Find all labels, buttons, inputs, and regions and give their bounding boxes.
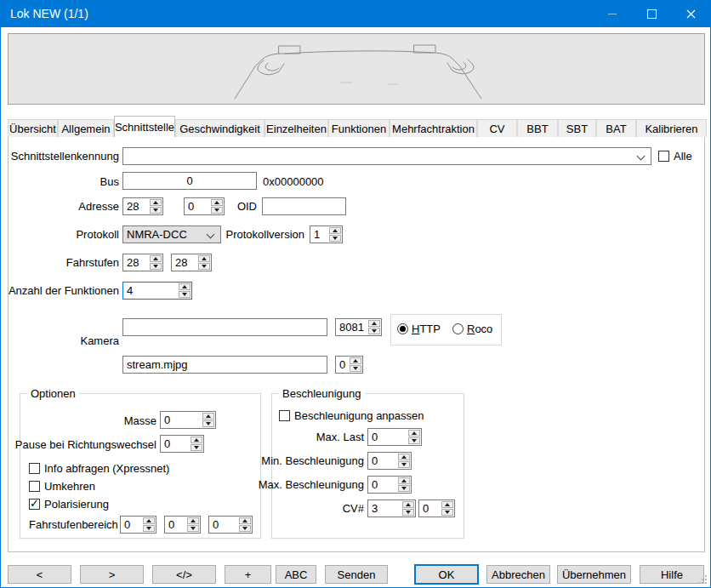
protokollversion-spinner[interactable]: 1 [310, 225, 343, 243]
adresse-spinner-2[interactable]: 0 [184, 197, 225, 215]
spin-down-button[interactable] [202, 420, 214, 427]
spin-down-button[interactable] [408, 437, 420, 444]
http-radio[interactable] [397, 323, 408, 334]
fahrstufen-spinner-2[interactable]: 28 [171, 254, 212, 271]
spin-up-button[interactable] [441, 501, 453, 508]
spinner-value[interactable]: 28 [123, 254, 149, 271]
protokoll-combobox[interactable]: NMRA-DCC [122, 225, 221, 243]
tab-funktionen[interactable]: Funktionen [328, 119, 390, 137]
tab-geschwindigkeit[interactable]: Geschwindigkeit [175, 119, 264, 137]
senden-button[interactable]: Senden [325, 565, 388, 584]
spin-down-button[interactable] [239, 525, 251, 532]
spinner-value[interactable]: 0 [161, 412, 202, 428]
spinner-value[interactable]: 0 [368, 429, 407, 445]
code-button[interactable]: </> [152, 565, 216, 584]
max-beschleunigung-spinner[interactable]: 0 [367, 476, 412, 494]
spin-down-button[interactable] [368, 328, 380, 334]
spin-down-button[interactable] [187, 525, 199, 532]
spin-up-button[interactable] [143, 517, 155, 524]
spin-up-button[interactable] [239, 517, 251, 524]
spinner-value[interactable]: 1 [310, 226, 328, 243]
spin-down-button[interactable] [143, 525, 155, 532]
alle-checkbox[interactable] [658, 151, 669, 162]
uebernehmen-button[interactable]: Übernehmen [557, 565, 631, 584]
fahrstufenbereich-spinner-3[interactable]: 0 [208, 516, 253, 534]
kamera-port-spinner[interactable]: 8081 [335, 318, 382, 336]
spin-up-button[interactable] [329, 227, 341, 234]
adresse-spinner-1[interactable]: 28 [122, 197, 163, 215]
tab-einzelheiten[interactable]: Einzelheiten [264, 119, 328, 137]
spinner-value[interactable]: 0 [336, 357, 349, 373]
spinner-value[interactable]: 0 [209, 517, 238, 533]
spin-down-button[interactable] [150, 207, 162, 214]
abbrechen-button[interactable]: Abbrechen [486, 565, 550, 584]
spinner-value[interactable]: 28 [123, 198, 149, 214]
spinner-value[interactable]: 8081 [336, 319, 367, 335]
tab-bbt[interactable]: BBT [517, 119, 558, 137]
spin-up-button[interactable] [150, 255, 162, 262]
titlebar[interactable]: Lok NEW (1/1) [1, 1, 710, 27]
spin-up-button[interactable] [198, 255, 210, 262]
spin-down-button[interactable] [179, 291, 191, 298]
spin-down-button[interactable] [441, 509, 453, 516]
roco-radio[interactable] [452, 323, 464, 334]
resize-grip[interactable] [698, 575, 707, 584]
ok-button[interactable]: OK [414, 564, 479, 585]
spin-up-button[interactable] [398, 477, 410, 484]
schnittstellenkennung-combobox[interactable] [122, 147, 651, 165]
masse-spinner[interactable]: 0 [160, 411, 216, 429]
spinner-value[interactable]: 0 [419, 500, 441, 517]
spinner-value[interactable]: 3 [368, 500, 401, 517]
minimize-button[interactable] [593, 1, 632, 26]
tab-cv[interactable]: CV [477, 119, 517, 137]
spin-down-button[interactable] [398, 461, 410, 468]
spin-down-button[interactable] [191, 444, 202, 451]
maximize-button[interactable] [632, 1, 671, 26]
fahrstufenbereich-spinner-1[interactable]: 0 [120, 516, 156, 534]
tab-kalibrieren[interactable]: Kalibrieren [636, 119, 707, 137]
spin-up-button[interactable] [368, 320, 380, 327]
spin-up-button[interactable] [398, 454, 410, 460]
bus-input[interactable]: 0 [122, 172, 257, 190]
abc-button[interactable]: ABC [276, 565, 316, 584]
min-beschleunigung-spinner[interactable]: 0 [367, 452, 412, 470]
pause-richtungswechsel-spinner[interactable]: 0 [160, 435, 204, 453]
spin-down-button[interactable] [150, 263, 162, 270]
fahrstufen-spinner-1[interactable]: 28 [122, 254, 163, 271]
spinner-value[interactable]: 4 [123, 283, 178, 299]
spin-up-button[interactable] [408, 430, 420, 437]
max-last-spinner[interactable]: 0 [367, 428, 422, 446]
spin-down-button[interactable] [402, 509, 414, 516]
spinner-value[interactable]: 0 [165, 517, 186, 533]
spin-up-button[interactable] [402, 501, 414, 508]
plus-button[interactable]: + [225, 565, 271, 584]
cv-spinner-2[interactable]: 0 [418, 500, 455, 517]
spin-up-button[interactable] [350, 357, 361, 364]
kamera-url-input[interactable] [122, 318, 327, 336]
kamera-stream-input[interactable]: stream.mjpg [122, 356, 327, 374]
spin-up-button[interactable] [191, 437, 202, 443]
next-button[interactable]: > [80, 565, 144, 584]
kamera-stream-index-spinner[interactable]: 0 [335, 356, 363, 374]
cv-spinner-1[interactable]: 3 [367, 500, 416, 517]
tab-mehrfachtraktion[interactable]: Mehrfachtraktion [390, 119, 477, 137]
spin-up-button[interactable] [211, 199, 223, 206]
hilfe-button[interactable]: Hilfe [640, 565, 704, 584]
fahrstufenbereich-spinner-2[interactable]: 0 [164, 516, 201, 534]
spin-up-button[interactable] [150, 199, 162, 206]
spinner-value[interactable]: 28 [172, 254, 197, 271]
tab-bat[interactable]: BAT [596, 119, 636, 137]
spinner-value[interactable]: 0 [368, 477, 397, 493]
spin-down-button[interactable] [198, 263, 210, 270]
spin-up-button[interactable] [187, 517, 199, 524]
spinner-value[interactable]: 0 [368, 453, 397, 469]
spinner-value[interactable]: 0 [185, 198, 210, 214]
umkehren-checkbox[interactable] [29, 481, 40, 492]
spin-down-button[interactable] [398, 485, 410, 492]
spin-down-button[interactable] [329, 235, 341, 242]
spin-down-button[interactable] [350, 365, 361, 372]
close-button[interactable] [671, 1, 710, 26]
polarisierung-checkbox[interactable] [29, 499, 40, 510]
tab-uebersicht[interactable]: Übersicht [8, 119, 58, 137]
spinner-value[interactable]: 0 [121, 517, 142, 533]
